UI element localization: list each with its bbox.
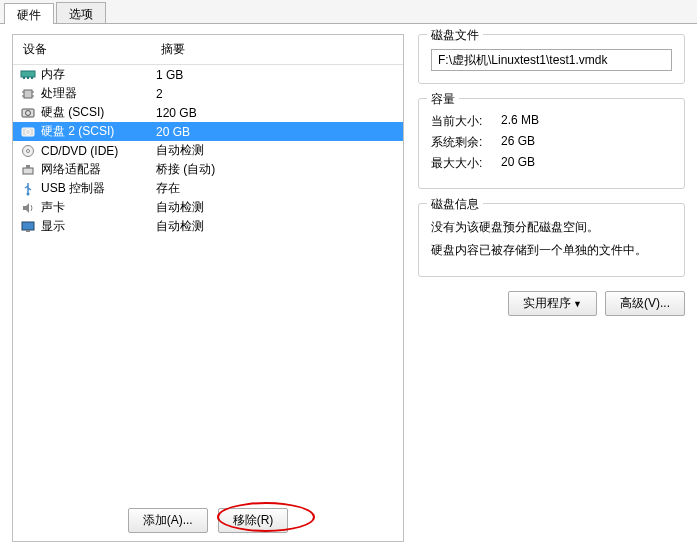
hardware-summary: 自动检测 xyxy=(156,199,399,216)
capacity-group: 容量 当前大小: 2.6 MB 系统剩余: 26 GB 最大大小: 20 GB xyxy=(418,98,685,189)
disk-info-line2: 硬盘内容已被存储到一个单独的文件中。 xyxy=(431,241,672,260)
max-size-value: 20 GB xyxy=(501,155,535,172)
hardware-name: USB 控制器 xyxy=(41,180,156,197)
capacity-title: 容量 xyxy=(427,91,459,108)
hardware-row[interactable]: 声卡自动检测 xyxy=(13,198,403,217)
svg-rect-18 xyxy=(22,222,34,230)
hardware-summary: 桥接 (自动) xyxy=(156,161,399,178)
hardware-summary: 20 GB xyxy=(156,125,399,139)
hardware-name: 硬盘 (SCSI) xyxy=(41,104,156,121)
disk-file-title: 磁盘文件 xyxy=(427,27,483,44)
hardware-list[interactable]: 内存1 GB处理器2硬盘 (SCSI)120 GB硬盘 2 (SCSI)20 G… xyxy=(13,65,403,500)
svg-rect-19 xyxy=(26,230,30,232)
hardware-summary: 120 GB xyxy=(156,106,399,120)
free-space-value: 26 GB xyxy=(501,134,535,151)
sound-icon xyxy=(19,201,37,215)
hardware-summary: 存在 xyxy=(156,180,399,197)
svg-rect-3 xyxy=(31,77,33,79)
chevron-down-icon: ▼ xyxy=(573,299,582,309)
display-icon xyxy=(19,220,37,234)
svg-rect-1 xyxy=(23,77,25,79)
tab-hardware[interactable]: 硬件 xyxy=(4,3,54,24)
disk-file-field[interactable] xyxy=(431,49,672,71)
disk-info-title: 磁盘信息 xyxy=(427,196,483,213)
svg-rect-16 xyxy=(26,165,30,168)
hardware-name: 处理器 xyxy=(41,85,156,102)
disk-info-group: 磁盘信息 没有为该硬盘预分配磁盘空间。 硬盘内容已被存储到一个单独的文件中。 xyxy=(418,203,685,277)
details-panel: 磁盘文件 容量 当前大小: 2.6 MB 系统剩余: 26 GB 最大大小: 2… xyxy=(404,34,685,542)
usb-icon xyxy=(19,182,37,196)
svg-rect-15 xyxy=(23,168,33,174)
utility-button[interactable]: 实用程序▼ xyxy=(508,291,597,316)
hardware-row[interactable]: 硬盘 (SCSI)120 GB xyxy=(13,103,403,122)
hardware-row[interactable]: 硬盘 2 (SCSI)20 GB xyxy=(13,122,403,141)
hardware-summary: 2 xyxy=(156,87,399,101)
hardware-list-panel: 设备 摘要 内存1 GB处理器2硬盘 (SCSI)120 GB硬盘 2 (SCS… xyxy=(12,34,404,542)
hardware-row[interactable]: 处理器2 xyxy=(13,84,403,103)
disk-icon xyxy=(19,125,37,139)
svg-rect-4 xyxy=(24,90,32,98)
hardware-header: 设备 摘要 xyxy=(13,35,403,65)
hardware-name: 声卡 xyxy=(41,199,156,216)
svg-rect-0 xyxy=(21,71,35,77)
tab-options[interactable]: 选项 xyxy=(56,2,106,23)
hardware-row[interactable]: CD/DVD (IDE)自动检测 xyxy=(13,141,403,160)
max-size-label: 最大大小: xyxy=(431,155,501,172)
svg-point-14 xyxy=(27,149,30,152)
free-space-label: 系统剩余: xyxy=(431,134,501,151)
cpu-icon xyxy=(19,87,37,101)
hardware-row[interactable]: USB 控制器存在 xyxy=(13,179,403,198)
hardware-name: CD/DVD (IDE) xyxy=(41,144,156,158)
hardware-name: 网络适配器 xyxy=(41,161,156,178)
svg-point-17 xyxy=(27,192,30,195)
disk-file-group: 磁盘文件 xyxy=(418,34,685,84)
svg-rect-2 xyxy=(27,77,29,79)
hardware-summary: 1 GB xyxy=(156,68,399,82)
header-summary: 摘要 xyxy=(161,41,185,58)
hardware-summary: 自动检测 xyxy=(156,218,399,235)
current-size-label: 当前大小: xyxy=(431,113,501,130)
cd-icon xyxy=(19,144,37,158)
remove-button[interactable]: 移除(R) xyxy=(218,508,289,533)
disk-info-line1: 没有为该硬盘预分配磁盘空间。 xyxy=(431,218,672,237)
hardware-name: 显示 xyxy=(41,218,156,235)
hardware-name: 硬盘 2 (SCSI) xyxy=(41,123,156,140)
current-size-value: 2.6 MB xyxy=(501,113,539,130)
header-device: 设备 xyxy=(23,41,161,58)
add-button[interactable]: 添加(A)... xyxy=(128,508,208,533)
hardware-name: 内存 xyxy=(41,66,156,83)
hardware-row[interactable]: 显示自动检测 xyxy=(13,217,403,236)
hardware-summary: 自动检测 xyxy=(156,142,399,159)
disk-icon xyxy=(19,106,37,120)
hardware-row[interactable]: 网络适配器桥接 (自动) xyxy=(13,160,403,179)
advanced-button[interactable]: 高级(V)... xyxy=(605,291,685,316)
hardware-row[interactable]: 内存1 GB xyxy=(13,65,403,84)
memory-icon xyxy=(19,68,37,82)
network-icon xyxy=(19,163,37,177)
